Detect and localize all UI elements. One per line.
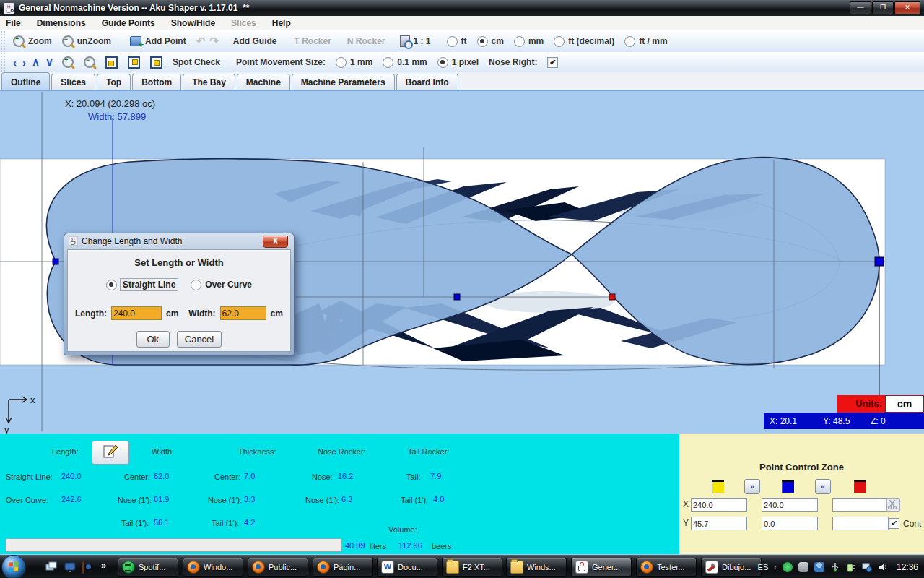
- spotify-icon: [122, 561, 135, 574]
- firefox-icon: [252, 561, 265, 574]
- one-to-one-button[interactable]: 1 : 1: [400, 35, 431, 47]
- quicklaunch-overflow-chevron[interactable]: »: [101, 560, 106, 571]
- point-x2-input[interactable]: [762, 498, 818, 512]
- length-input[interactable]: [111, 306, 162, 320]
- minimize-button[interactable]: —: [850, 1, 871, 14]
- taskbar-button-spotify[interactable]: Spotif...: [118, 558, 178, 577]
- menu-dimensions[interactable]: Dimensions: [37, 18, 86, 28]
- pan-left-button[interactable]: ‹: [13, 56, 17, 69]
- unit-radio-cm[interactable]: cm: [477, 36, 504, 47]
- maximize-button[interactable]: ❐: [872, 1, 894, 14]
- menu-file[interactable]: File: [6, 18, 21, 28]
- firefox-quicklaunch-icon[interactable]: [82, 561, 84, 574]
- tab-bottom[interactable]: Bottom: [132, 74, 181, 90]
- spotify-tray-icon[interactable]: [783, 562, 793, 572]
- width-input[interactable]: [220, 306, 266, 320]
- pan-up-button[interactable]: ∧: [32, 56, 40, 69]
- toolbar-grip[interactable]: [0, 30, 6, 52]
- taskbar-button-winds-folder[interactable]: Winds...: [506, 558, 567, 577]
- cancel-button[interactable]: Cancel: [177, 331, 222, 348]
- start-button[interactable]: [1, 555, 26, 578]
- close-button[interactable]: ✕: [894, 1, 920, 14]
- length-unit: cm: [166, 309, 178, 319]
- edit-dimensions-button[interactable]: [92, 441, 129, 465]
- network-tray-icon[interactable]: [862, 562, 872, 572]
- size-radio-1pixel[interactable]: 1 pixel: [437, 57, 479, 68]
- guide-box-left-button[interactable]: [105, 56, 118, 69]
- device-tray-icon[interactable]: [798, 562, 808, 572]
- point-x3-input[interactable]: [832, 498, 889, 512]
- tab-board-info[interactable]: Board Info: [396, 74, 458, 90]
- volume-progress-bar: [6, 538, 342, 552]
- status-y: Y: 48.5: [823, 416, 850, 426]
- taskbar-button-public[interactable]: Public...: [248, 558, 308, 577]
- prev-point-button[interactable]: «: [815, 479, 831, 494]
- nose-control-point[interactable]: [875, 257, 884, 266]
- taskbar-button-tester[interactable]: Tester...: [636, 558, 697, 577]
- handle-control-point[interactable]: [609, 294, 615, 300]
- point-x1-input[interactable]: [691, 498, 747, 512]
- size-radio-01mm[interactable]: 0.1 mm: [383, 57, 427, 68]
- guide-box-center-button[interactable]: [150, 56, 162, 69]
- dialog-close-button[interactable]: X: [263, 236, 288, 248]
- dialog-titlebar[interactable]: Change Length and Width X: [64, 233, 294, 249]
- taskbar-button-document[interactable]: Docu...: [377, 558, 437, 577]
- show-desktop-icon[interactable]: [45, 561, 58, 574]
- taskbar-button-dibujo[interactable]: Dibujo...: [701, 558, 762, 577]
- taskbar-button-f2xt-folder[interactable]: F2 XT...: [442, 558, 502, 577]
- pan-down-button[interactable]: ∨: [45, 56, 53, 69]
- usb-tray-icon[interactable]: [830, 562, 840, 572]
- tray-expand-chevron[interactable]: ‹: [774, 563, 777, 571]
- straight-line-radio[interactable]: Straight Line: [106, 279, 178, 290]
- nose-right-checkbox[interactable]: ✔: [547, 57, 558, 68]
- pan-right-button[interactable]: ›: [22, 56, 26, 69]
- taskbar-button-pagina[interactable]: Págin...: [313, 558, 373, 577]
- tab-top[interactable]: Top: [97, 74, 131, 90]
- unit-radio-ft-decimal[interactable]: ft (decimal): [554, 36, 614, 47]
- ok-button[interactable]: Ok: [136, 331, 170, 348]
- tab-outline[interactable]: Outline: [1, 72, 50, 90]
- spot-check-button[interactable]: Spot Check: [173, 57, 220, 67]
- volume-tray-icon[interactable]: [878, 562, 888, 572]
- unit-radio-ft[interactable]: ft: [447, 36, 467, 47]
- point-y3-input[interactable]: [832, 517, 889, 530]
- user-tray-icon[interactable]: [814, 562, 824, 572]
- menu-show-hide[interactable]: Show/Hide: [171, 18, 215, 28]
- zoom-button[interactable]: + Zoom: [13, 35, 52, 47]
- yellow-point-swatch[interactable]: [712, 480, 724, 493]
- point-y1-input[interactable]: [691, 517, 747, 530]
- point-y2-input[interactable]: [762, 517, 818, 530]
- size-radio-1mm[interactable]: 1 mm: [336, 57, 372, 68]
- tab-slices[interactable]: Slices: [51, 74, 95, 90]
- taskbar-button-aku-shaper[interactable]: Gener...: [571, 558, 632, 577]
- unzoom-button[interactable]: − unZoom: [62, 35, 111, 47]
- guide-box-right-button[interactable]: [128, 56, 140, 69]
- over-curve-radio[interactable]: Over Curve: [191, 280, 252, 290]
- tail-control-point[interactable]: [53, 259, 58, 264]
- blue-point-swatch[interactable]: [782, 480, 794, 493]
- next-point-button[interactable]: »: [744, 479, 760, 494]
- zoom-in-tool-button[interactable]: +: [62, 56, 74, 68]
- cut-point-button[interactable]: [886, 498, 900, 512]
- volume-liters-value: 40.09: [345, 541, 365, 550]
- tab-machine[interactable]: Machine: [237, 74, 290, 90]
- add-point-button[interactable]: Add Point: [130, 36, 186, 46]
- power-tray-icon[interactable]: [846, 562, 856, 572]
- menu-help[interactable]: Help: [272, 18, 291, 28]
- language-indicator[interactable]: ES: [758, 563, 769, 571]
- width-center-label: Center:: [124, 473, 150, 481]
- unit-radio-mm[interactable]: mm: [514, 36, 544, 47]
- taskbar-button-windows-ff[interactable]: Windo...: [183, 558, 243, 577]
- tab-machine-parameters[interactable]: Machine Parameters: [292, 74, 395, 90]
- unit-radio-ft-mm[interactable]: ft / mm: [624, 36, 667, 47]
- taskbar-clock[interactable]: 12:36: [897, 562, 918, 572]
- cont-checkbox[interactable]: ✔: [889, 518, 899, 529]
- mid-control-point[interactable]: [454, 294, 460, 300]
- red-point-swatch[interactable]: [854, 480, 866, 493]
- zoom-out-tool-button[interactable]: −: [84, 56, 95, 68]
- switch-windows-icon[interactable]: [64, 561, 77, 574]
- tab-the-bay[interactable]: The Bay: [183, 74, 235, 90]
- menu-guide-points[interactable]: Guide Points: [102, 18, 155, 28]
- add-guide-button[interactable]: Add Guide: [233, 36, 277, 46]
- toolbar-grip[interactable]: [0, 52, 6, 72]
